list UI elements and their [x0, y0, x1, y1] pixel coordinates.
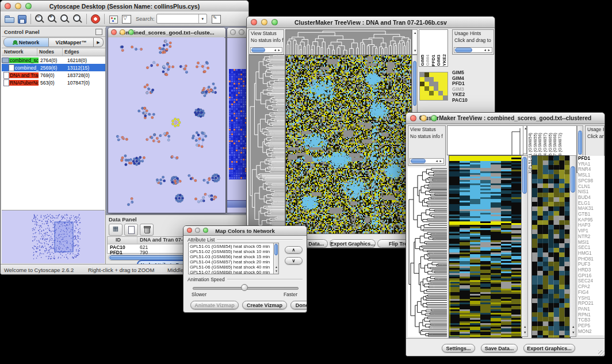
gene-label[interactable]: HRD3 — [578, 267, 605, 273]
zoom-button[interactable] — [431, 115, 437, 121]
attribute-item[interactable]: GPL51-03 (GSM856) heat shock 15 min — [190, 254, 278, 259]
close-button[interactable] — [410, 115, 416, 121]
column-dendrogram-canvas[interactable] — [285, 29, 412, 56]
gene-label[interactable]: YSH1 — [578, 296, 605, 301]
attribute-listbox[interactable]: GPL51-01 (GSM854) heat shock 05 minGPL51… — [188, 243, 279, 274]
matrix-cell[interactable] — [420, 82, 424, 86]
annotation-icon[interactable]: ✎ — [209, 13, 222, 25]
scroll-up-icon[interactable]: ▲ — [275, 266, 278, 269]
matrix-cell[interactable] — [424, 72, 429, 77]
network-name[interactable]: DNA and Tran 07 — [9, 72, 39, 78]
gene-label[interactable]: SPC98 — [578, 178, 605, 184]
animate-vizmap-button[interactable]: Animate Vizmap — [190, 301, 239, 309]
gene-label[interactable]: MON2 — [578, 329, 605, 335]
gene-label[interactable]: RPO21 — [578, 301, 605, 306]
treeview2-titlebar[interactable]: ClusterMaker TreeView : combined_scores_… — [406, 113, 605, 124]
matrix-cell[interactable] — [434, 95, 438, 100]
matrix-cell[interactable] — [429, 91, 434, 95]
attribute-item[interactable]: GPL51-06 (GSM865) heat shock 40 min — [190, 265, 278, 270]
scroll-left-icon[interactable]: ◄ — [435, 160, 438, 163]
matrix-cell[interactable] — [429, 95, 434, 100]
dendro-scroll-strip[interactable]: ▲ ▼ — [412, 29, 418, 55]
matrix-cell[interactable] — [424, 77, 429, 82]
gene-label[interactable]: PHO81 — [578, 256, 605, 262]
scroll-up-icon[interactable]: ▲ — [414, 32, 416, 35]
matrix-column-label[interactable]: YKE2 — [442, 54, 447, 66]
network-name[interactable]: combined_scores — [9, 58, 39, 63]
zoom-out-icon[interactable]: − — [33, 13, 46, 25]
scroll-right-icon[interactable]: ► — [278, 49, 281, 52]
tab-overflow-arrow[interactable]: ▶ — [94, 37, 104, 47]
scroll-down-icon[interactable]: ▼ — [414, 49, 416, 53]
heatmap-canvas[interactable] — [285, 55, 412, 234]
matrix-cell[interactable] — [424, 91, 429, 95]
matrix-column-label[interactable]: GIM4 — [426, 55, 430, 66]
new-attribute-icon[interactable] — [124, 224, 138, 236]
minimize-button[interactable] — [195, 228, 200, 233]
row-dendrogram-canvas[interactable] — [248, 55, 285, 234]
filter-icon[interactable]: ▽ — [120, 13, 132, 25]
close-button[interactable] — [111, 29, 117, 35]
gene-label[interactable]: RNR4 — [578, 167, 605, 173]
matrix-cell[interactable] — [434, 72, 438, 77]
float-panel-icon[interactable] — [95, 29, 102, 35]
matrix-cell[interactable] — [434, 77, 438, 82]
scroll-down-icon[interactable]: ▼ — [523, 331, 526, 335]
matrix-cell[interactable] — [443, 72, 447, 77]
gene-label[interactable]: GTB1 — [578, 212, 605, 217]
scroll-up-icon[interactable]: ▲ — [572, 325, 575, 329]
minimize-button[interactable] — [261, 19, 267, 25]
matrix-cell[interactable] — [420, 91, 424, 95]
zoom-matrix[interactable] — [419, 72, 448, 101]
delete-attribute-icon[interactable] — [140, 224, 154, 236]
vizmapper-icon[interactable] — [107, 13, 120, 25]
dialog-titlebar[interactable]: Map Colors to Network — [183, 226, 307, 236]
gene-label[interactable]: BUD4 — [578, 195, 605, 201]
network-row[interactable]: RNAPuberNov2+I563(0)107847(0) — [2, 79, 105, 86]
scroll-right-icon[interactable]: ► — [488, 49, 491, 52]
done-button[interactable]: Done — [290, 301, 307, 309]
gene-label[interactable]: PAN1 — [578, 306, 605, 312]
gene-label[interactable]: FIG4 — [578, 290, 605, 296]
gene-label[interactable]: SEC1 — [578, 245, 605, 251]
settings-button[interactable]: Settings... — [442, 344, 475, 352]
help-lifering-icon[interactable] — [89, 13, 102, 25]
matrix-cell[interactable] — [443, 91, 447, 95]
resize-grip[interactable] — [598, 350, 605, 357]
matrix-cell[interactable] — [438, 77, 443, 82]
gene-label[interactable]: PEP5 — [578, 323, 605, 329]
tab-vizmapper[interactable]: VizMapper™ — [49, 37, 94, 47]
network-name[interactable]: RNAPuberNov2+I — [9, 80, 39, 86]
network-row[interactable]: combined_sco2569(6)13112(15) — [2, 64, 105, 71]
export-graphics-button[interactable]: Export Graphics... — [523, 344, 575, 352]
birdseye-canvas[interactable] — [2, 210, 105, 263]
minimize-button[interactable] — [120, 29, 125, 35]
scroll-right-icon[interactable]: ► — [439, 160, 442, 163]
matrix-column-label[interactable]: PAC10 — [447, 52, 448, 66]
gene-label[interactable]: NIS1 — [578, 189, 605, 195]
network-row[interactable]: DNA and Tran 07769(0)183728(0) — [2, 71, 105, 79]
search-input[interactable]: ▾ — [156, 14, 207, 24]
tab-network[interactable]: Network — [3, 37, 49, 47]
network-canvas[interactable] — [108, 37, 224, 212]
matrix-cell[interactable] — [438, 72, 443, 77]
matrix-cell[interactable] — [434, 91, 438, 95]
col-header-nodes[interactable]: Nodes — [37, 48, 63, 56]
attribute-item[interactable]: GPL51-04 (GSM857) heat shock 20 min — [190, 259, 278, 265]
gene-label[interactable]: RPN1 — [578, 312, 605, 318]
gene-label[interactable]: PFD1 — [578, 156, 605, 162]
matrix-cell[interactable] — [443, 86, 447, 91]
close-button[interactable] — [230, 29, 236, 35]
gene-label[interactable]: HAP3 — [578, 223, 605, 228]
slider-thumb[interactable] — [241, 284, 248, 291]
network-view-titlebar[interactable]: combined_scores_good.txt--cluste... — [108, 28, 225, 38]
zoom-button[interactable] — [128, 29, 134, 35]
scroll-left-icon[interactable]: ◄ — [484, 49, 487, 52]
usage-hints-scrollbar[interactable]: ◄ ► — [454, 47, 492, 53]
network-row[interactable]: combined_scores2764(0)16218(0) — [2, 56, 105, 64]
animation-speed-slider[interactable] — [193, 283, 297, 292]
gene-label[interactable]: NTR2 — [578, 234, 605, 240]
zoom-vscrollbar[interactable]: ▲ ▼ — [569, 155, 576, 337]
matrix-cell[interactable] — [420, 95, 424, 100]
minimize-button[interactable] — [420, 115, 427, 121]
